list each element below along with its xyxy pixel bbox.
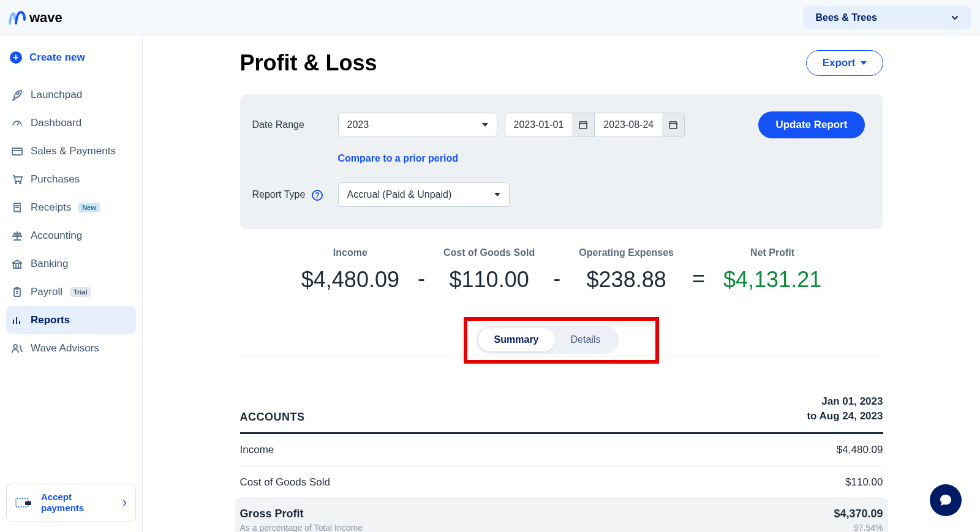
nav-label: Launchpad — [31, 89, 82, 101]
equals-operator: = — [692, 266, 705, 293]
company-name: Bees & Trees — [815, 12, 877, 23]
year-select[interactable]: 2023 — [338, 113, 497, 137]
cogs-label: Cost of Goods Sold — [443, 247, 535, 258]
sidebar-item-purchases[interactable]: Purchases — [6, 165, 136, 193]
topbar: wave Bees & Trees — [0, 0, 980, 36]
accounts-table: ACCOUNTS Jan 01, 2023 to Aug 24, 2023 In… — [240, 394, 883, 532]
view-tabs: Summary Details — [476, 326, 619, 354]
nav-label: Purchases — [31, 173, 80, 185]
chat-icon — [938, 493, 953, 508]
sidebar-item-accounting[interactable]: Accounting — [6, 222, 136, 250]
table-row: Income $4,480.09 — [240, 434, 883, 466]
sidebar-item-advisors[interactable]: Wave Advisors — [6, 334, 136, 362]
create-new-label: Create new — [29, 51, 85, 64]
tab-details[interactable]: Details — [555, 328, 617, 351]
opex-value: $238.88 — [579, 267, 674, 293]
svg-point-1 — [15, 182, 17, 184]
export-button[interactable]: Export — [806, 50, 883, 76]
calendar-icon[interactable] — [572, 113, 594, 137]
card-icon — [11, 145, 23, 157]
end-date-input[interactable]: 2023-08-24 — [595, 113, 662, 137]
payments-icon — [15, 496, 32, 509]
clipboard-icon — [11, 286, 23, 298]
plus-circle-icon: + — [10, 51, 22, 64]
minus-operator: - — [418, 266, 425, 293]
sidebar-item-payroll[interactable]: Payroll Trial — [6, 278, 136, 306]
svg-rect-7 — [579, 122, 587, 129]
net-profit-value: $4,131.21 — [723, 267, 821, 293]
gross-profit-row: Gross Profit As a percentage of Total In… — [235, 499, 888, 532]
start-date-input[interactable]: 2023-01-01 — [505, 113, 573, 137]
nav-label: Dashboard — [31, 117, 81, 129]
brand-name: wave — [29, 10, 62, 26]
date-range-header: Jan 01, 2023 to Aug 24, 2023 — [807, 394, 883, 424]
caret-down-icon — [482, 123, 488, 127]
sidebar-item-banking[interactable]: Banking — [6, 250, 136, 278]
sidebar: + Create new Launchpad Dashboard Sales &… — [0, 36, 143, 532]
bank-icon — [11, 258, 23, 270]
caret-down-icon — [494, 193, 500, 197]
nav-label: Accounting — [31, 230, 82, 242]
opex-label: Operating Expenses — [579, 247, 674, 258]
nav-label: Reports — [31, 314, 70, 326]
formula-row: Income $4,480.09 - Cost of Goods Sold $1… — [240, 229, 883, 317]
nav-label: Banking — [31, 258, 68, 270]
sidebar-item-receipts[interactable]: Receipts New — [6, 193, 136, 222]
svg-rect-6 — [25, 501, 31, 505]
accept-payments-button[interactable]: Accept payments › — [6, 484, 136, 523]
svg-rect-0 — [12, 148, 22, 155]
help-icon[interactable]: ? — [312, 190, 323, 201]
receipt-icon — [11, 201, 23, 214]
nav-label: Wave Advisors — [31, 342, 99, 354]
chat-button[interactable] — [930, 484, 962, 516]
compare-period-link[interactable]: Compare to a prior period — [338, 144, 759, 176]
cart-icon — [11, 173, 23, 185]
income-value: $4,480.09 — [301, 267, 399, 293]
new-badge: New — [78, 203, 100, 212]
wave-logo-icon — [9, 11, 26, 24]
table-row: Cost of Goods Sold $110.00 — [240, 466, 883, 499]
create-new-button[interactable]: + Create new — [6, 45, 136, 70]
svg-point-4 — [13, 345, 17, 348]
caret-down-icon — [861, 61, 867, 65]
nav-label: Sales & Payments — [31, 145, 116, 157]
accept-payments-label: Accept payments — [41, 492, 114, 515]
sidebar-item-sales[interactable]: Sales & Payments — [6, 137, 136, 165]
update-report-button[interactable]: Update Report — [758, 111, 864, 138]
svg-point-2 — [20, 182, 21, 184]
svg-rect-8 — [669, 122, 677, 129]
date-range-inputs: 2023-01-01 2023-08-24 — [505, 113, 685, 137]
income-label: Income — [301, 247, 399, 258]
tab-summary[interactable]: Summary — [478, 328, 555, 351]
sidebar-item-reports[interactable]: Reports — [6, 306, 136, 334]
people-icon — [11, 342, 23, 354]
brand-logo[interactable]: wave — [9, 10, 62, 26]
trial-badge: Trial — [70, 287, 91, 297]
content-area: Profit & Loss Export Date Range 2023 202… — [143, 36, 980, 532]
cogs-value: $110.00 — [443, 267, 535, 293]
page-title: Profit & Loss — [240, 50, 377, 76]
minus-operator: - — [553, 266, 560, 293]
report-type-label: Report Type ? — [252, 189, 338, 201]
gauge-icon — [11, 117, 23, 129]
sidebar-item-launchpad[interactable]: Launchpad — [6, 81, 136, 109]
svg-rect-3 — [14, 288, 20, 296]
net-profit-label: Net Profit — [723, 247, 821, 258]
sidebar-item-dashboard[interactable]: Dashboard — [6, 109, 136, 137]
scales-icon — [11, 230, 23, 242]
tab-highlight-box: Summary Details — [464, 317, 660, 364]
date-range-label: Date Range — [252, 119, 338, 130]
nav-label: Payroll — [31, 286, 62, 298]
nav-label: Receipts — [31, 201, 71, 214]
report-type-select[interactable]: Accrual (Paid & Unpaid) — [338, 182, 510, 207]
company-selector[interactable]: Bees & Trees — [803, 6, 971, 29]
filter-panel: Date Range 2023 2023-01-01 2023-08-24 Up… — [240, 94, 883, 229]
calendar-icon[interactable] — [662, 113, 684, 137]
chevron-down-icon — [951, 13, 959, 22]
chevron-right-icon: › — [123, 495, 127, 511]
bar-chart-icon — [11, 314, 23, 326]
accounts-header: ACCOUNTS — [240, 411, 305, 424]
rocket-icon — [11, 89, 23, 101]
